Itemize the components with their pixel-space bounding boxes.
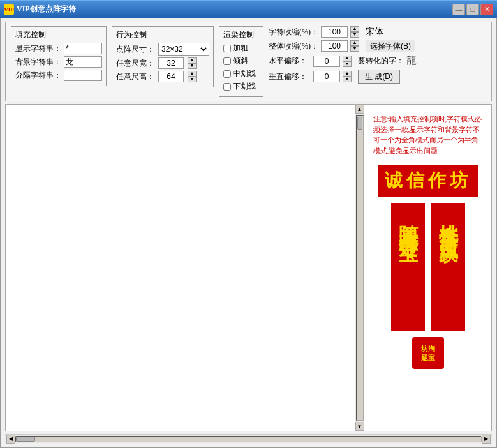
font-name-display: 宋体	[366, 26, 391, 38]
minimize-button[interactable]: —	[452, 4, 465, 15]
char-shrink-down[interactable]: ▼	[350, 32, 359, 38]
app-icon: VIP	[4, 4, 14, 15]
generate-button[interactable]: 生 成(D)	[358, 70, 400, 84]
arb-width-input[interactable]	[158, 57, 184, 69]
v-offset-down[interactable]: ▼	[343, 77, 352, 82]
arb-width-down[interactable]: ▼	[188, 63, 197, 69]
right-preview: 注意:输入填充控制项时,字符模式必须选择一款,显示字符和背景字符不可一个为全角模…	[364, 105, 491, 431]
arb-width-row: 任意尺宽： ▲ ▼	[116, 57, 209, 69]
dot-size-label: 点阵尺寸：	[116, 44, 154, 55]
v-offset-up[interactable]: ▲	[343, 71, 352, 77]
render-control-group: 渲染控制 加粗 倾斜 中划线 下划线	[219, 26, 263, 97]
char-shrink-up[interactable]: ▲	[350, 26, 359, 32]
arb-width-label: 任意尺宽：	[116, 58, 154, 69]
strike-row: 中划线	[223, 68, 259, 79]
overall-shrink-up[interactable]: ▲	[350, 40, 359, 46]
sep-char-input[interactable]	[64, 70, 102, 81]
h-offset-input[interactable]	[313, 56, 340, 67]
v-offset-input[interactable]	[313, 71, 340, 82]
bottom-scrollbar[interactable]: ◀ ▶	[5, 434, 492, 443]
left-preview[interactable]: ▲ ▼	[6, 105, 364, 431]
scroll-track[interactable]	[356, 115, 364, 421]
char-shrink-row: 字符收缩(%)： ▲ ▼ 宋体	[269, 26, 417, 38]
bg-char-row: 背景字符串：	[15, 56, 102, 68]
behavior-title: 行为控制	[116, 29, 209, 40]
window-title: VIP创意点阵字符	[17, 4, 76, 15]
right-controls: 字符收缩(%)： ▲ ▼ 宋体 整体收缩(%)： ▲ ▼ 选择字体(B)	[269, 26, 417, 84]
fill-control-group: 填充控制 显示字符串： 背景字符串： 分隔字符串：	[11, 26, 107, 86]
vertical-banners: 随居无奇何处寻宝 桃李不言下自成蹊	[391, 203, 465, 331]
display-char-row: 显示字符串：	[15, 43, 102, 54]
italic-row: 倾斜	[223, 56, 259, 66]
underline-row: 下划线	[223, 81, 259, 92]
title-bar-left: VIP VIP创意点阵字符	[4, 4, 76, 15]
arb-width-up[interactable]: ▲	[188, 57, 197, 63]
title-bar: VIP VIP创意点阵字符 — □ ✕	[0, 0, 497, 18]
logo-line1: 坊淘	[421, 344, 435, 353]
strike-label: 中划线	[233, 68, 256, 79]
bold-label: 加粗	[233, 43, 248, 54]
arb-height-spinner: ▲ ▼	[188, 71, 197, 82]
horizontal-banner: 诚信作坊	[378, 165, 478, 197]
v-offset-label: 垂直偏移：	[269, 71, 311, 82]
scroll-right-arrow[interactable]: ▶	[482, 435, 491, 444]
h-offset-up[interactable]: ▲	[343, 56, 352, 61]
scroll-thumb	[357, 117, 362, 130]
v-offset-spinner: ▲ ▼	[343, 71, 352, 82]
bg-char-label: 背景字符串：	[15, 57, 61, 68]
dot-size-select[interactable]: 16×16 24×24 32×32 48×48 64×64	[158, 43, 209, 56]
underline-label: 下划线	[233, 81, 256, 92]
dot-size-row: 点阵尺寸： 16×16 24×24 32×32 48×48 64×64	[116, 43, 209, 56]
sep-char-label: 分隔字符串：	[15, 70, 61, 81]
char-shrink-input[interactable]	[321, 26, 348, 38]
maximize-button[interactable]: □	[466, 4, 479, 15]
bold-checkbox[interactable]	[223, 45, 231, 52]
vertical-banner-1: 随居无奇何处寻宝	[391, 203, 425, 331]
overall-shrink-down[interactable]: ▼	[350, 46, 359, 52]
arb-height-down[interactable]: ▼	[188, 77, 197, 82]
logo-line2: 题宝	[421, 353, 435, 362]
title-bar-buttons: — □ ✕	[452, 4, 493, 15]
h-offset-row: 水平偏移： ▲ ▼ 要转化的字： 龍	[269, 54, 417, 68]
h-scrollbar-track[interactable]	[15, 436, 482, 442]
transform-char-display: 龍	[406, 54, 417, 68]
arb-height-up[interactable]: ▲	[188, 71, 197, 77]
arb-height-input[interactable]	[158, 71, 184, 82]
scroll-left-arrow[interactable]: ◀	[6, 435, 15, 444]
arb-height-label: 任意尺高：	[116, 71, 154, 82]
fill-control-title: 填充控制	[15, 29, 102, 40]
controls-area: 填充控制 显示字符串： 背景字符串： 分隔字符串： 行为控制 点阵尺寸： 16×…	[5, 22, 492, 101]
vertical-banner-2: 桃李不言下自成蹊	[431, 203, 465, 331]
h-scrollbar-thumb	[16, 437, 35, 442]
left-scrollbar[interactable]: ▲ ▼	[355, 105, 364, 431]
display-char-input[interactable]	[64, 43, 102, 54]
behavior-control-group: 行为控制 点阵尺寸： 16×16 24×24 32×32 48×48 64×64…	[112, 26, 214, 87]
h-offset-down[interactable]: ▼	[343, 61, 352, 67]
italic-label: 倾斜	[233, 56, 248, 66]
overall-shrink-input[interactable]	[321, 40, 348, 52]
main-window: 填充控制 显示字符串： 背景字符串： 分隔字符串： 行为控制 点阵尺寸： 16×…	[0, 18, 497, 448]
strike-checkbox[interactable]	[223, 70, 231, 78]
h-offset-spinner: ▲ ▼	[343, 56, 352, 67]
bg-char-input[interactable]	[64, 56, 102, 68]
h-offset-label: 水平偏移：	[269, 56, 311, 66]
scroll-up-arrow[interactable]: ▲	[355, 105, 364, 114]
italic-checkbox[interactable]	[223, 57, 231, 65]
char-shrink-spinner: ▲ ▼	[350, 26, 359, 38]
arb-height-row: 任意尺高： ▲ ▼	[116, 71, 209, 82]
logo-badge: 坊淘 题宝	[412, 337, 444, 369]
transform-label: 要转化的字：	[358, 56, 404, 66]
scroll-down-arrow[interactable]: ▼	[355, 422, 364, 431]
display-char-label: 显示字符串：	[15, 43, 61, 54]
notice-text: 注意:输入填充控制项时,字符模式必须选择一款,显示字符和背景字符不可一个为全角模…	[371, 111, 486, 158]
overall-shrink-row: 整体收缩(%)： ▲ ▼ 选择字体(B)	[269, 40, 417, 52]
sep-char-row: 分隔字符串：	[15, 70, 102, 81]
overall-shrink-spinner: ▲ ▼	[350, 40, 359, 52]
char-shrink-label: 字符收缩(%)：	[269, 27, 318, 38]
close-button[interactable]: ✕	[480, 4, 493, 15]
content-area: ▲ ▼ 注意:输入填充控制项时,字符模式必须选择一款,显示字符和背景字符不可一个…	[5, 104, 492, 431]
underline-checkbox[interactable]	[223, 83, 231, 91]
arb-width-spinner: ▲ ▼	[188, 57, 197, 69]
select-font-button[interactable]: 选择字体(B)	[366, 40, 415, 52]
render-title: 渲染控制	[223, 29, 259, 40]
